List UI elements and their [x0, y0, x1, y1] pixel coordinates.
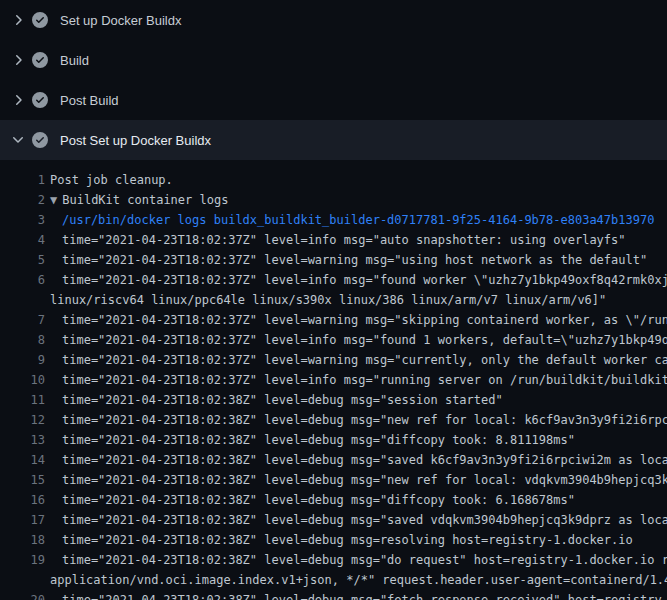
log-line: 14 time="2021-04-23T18:02:38Z" level=deb… — [0, 450, 667, 470]
step-row-post-build[interactable]: Post Build — [0, 80, 667, 120]
log-line: 11 time="2021-04-23T18:02:38Z" level=deb… — [0, 390, 667, 410]
check-circle-icon — [32, 52, 48, 68]
check-circle-icon — [32, 12, 48, 28]
chevron-right-icon — [10, 12, 26, 28]
log-text: time="2021-04-23T18:02:38Z" level=debug … — [45, 410, 667, 430]
log-line: 1 Post job cleanup. — [0, 170, 667, 190]
line-number[interactable]: 11 — [0, 390, 45, 410]
line-number[interactable]: 13 — [0, 430, 45, 450]
line-number[interactable]: 20 — [0, 590, 45, 600]
step-row-set-up-docker-buildx[interactable]: Set up Docker Buildx — [0, 0, 667, 40]
log-text: time="2021-04-23T18:02:37Z" level=info m… — [45, 270, 667, 290]
log-line: 13 time="2021-04-23T18:02:38Z" level=deb… — [0, 430, 667, 450]
log-line: 16 time="2021-04-23T18:02:38Z" level=deb… — [0, 490, 667, 510]
line-number — [0, 290, 45, 310]
chevron-right-icon — [10, 92, 26, 108]
log-line: 18 time="2021-04-23T18:02:38Z" level=deb… — [0, 530, 667, 550]
check-circle-icon — [32, 132, 48, 148]
line-number[interactable]: 14 — [0, 450, 45, 470]
log-line: 20 time="2021-04-23T18:02:38Z" level=deb… — [0, 590, 667, 600]
log-line-continuation: linux/riscv64 linux/ppc64le linux/s390x … — [0, 290, 667, 310]
log-text: linux/riscv64 linux/ppc64le linux/s390x … — [45, 290, 606, 310]
log-group-header[interactable]: 2 ▼BuildKit container logs — [0, 190, 667, 210]
line-number[interactable]: 9 — [0, 350, 45, 370]
line-number[interactable]: 1 — [0, 170, 45, 190]
line-number[interactable]: 7 — [0, 310, 45, 330]
steps-list: Set up Docker Buildx Build Post Build Po… — [0, 0, 667, 160]
log-text: time="2021-04-23T18:02:37Z" level=info m… — [45, 230, 626, 250]
log-line: 12 time="2021-04-23T18:02:38Z" level=deb… — [0, 410, 667, 430]
log-text: time="2021-04-23T18:02:38Z" level=debug … — [45, 450, 667, 470]
step-label: Post Set up Docker Buildx — [60, 133, 211, 148]
log-text: time="2021-04-23T18:02:38Z" level=debug … — [45, 470, 667, 490]
step-label: Set up Docker Buildx — [60, 13, 181, 28]
step-label: Post Build — [60, 93, 119, 108]
log-text: time="2021-04-23T18:02:37Z" level=warnin… — [45, 250, 647, 270]
log-line: 6 time="2021-04-23T18:02:37Z" level=info… — [0, 270, 667, 290]
line-number[interactable]: 4 — [0, 230, 45, 250]
log-text: time="2021-04-23T18:02:38Z" level=debug … — [45, 430, 575, 450]
line-number[interactable]: 15 — [0, 470, 45, 490]
triangle-down-icon[interactable]: ▼ — [50, 193, 57, 207]
log-text: time="2021-04-23T18:02:37Z" level=info m… — [45, 330, 667, 350]
log-text: time="2021-04-23T18:02:38Z" level=debug … — [45, 530, 633, 550]
step-row-post-set-up-docker-buildx[interactable]: Post Set up Docker Buildx — [0, 120, 667, 160]
line-number[interactable]: 6 — [0, 270, 45, 290]
check-circle-icon — [32, 92, 48, 108]
log-line: 10 time="2021-04-23T18:02:37Z" level=inf… — [0, 370, 667, 390]
line-number[interactable]: 8 — [0, 330, 45, 350]
log-text: time="2021-04-23T18:02:37Z" level=info m… — [45, 370, 667, 390]
log-text: time="2021-04-23T18:02:38Z" level=debug … — [45, 590, 667, 600]
log-text: time="2021-04-23T18:02:38Z" level=debug … — [45, 550, 667, 570]
log-line: 17 time="2021-04-23T18:02:38Z" level=deb… — [0, 510, 667, 530]
log-line-command: 3 /usr/bin/docker logs buildx_buildkit_b… — [0, 210, 667, 230]
log-line: 19 time="2021-04-23T18:02:38Z" level=deb… — [0, 550, 667, 570]
line-number — [0, 570, 45, 590]
chevron-right-icon — [10, 52, 26, 68]
line-number[interactable]: 19 — [0, 550, 45, 570]
log-text: time="2021-04-23T18:02:37Z" level=warnin… — [45, 310, 667, 330]
line-number[interactable]: 18 — [0, 530, 45, 550]
line-number[interactable]: 5 — [0, 250, 45, 270]
step-row-build[interactable]: Build — [0, 40, 667, 80]
log-text: time="2021-04-23T18:02:38Z" level=debug … — [45, 510, 667, 530]
line-number[interactable]: 3 — [0, 210, 45, 230]
log-line: 5 time="2021-04-23T18:02:37Z" level=warn… — [0, 250, 667, 270]
log-line: 15 time="2021-04-23T18:02:38Z" level=deb… — [0, 470, 667, 490]
log-text: time="2021-04-23T18:02:38Z" level=debug … — [45, 490, 575, 510]
line-number[interactable]: 12 — [0, 410, 45, 430]
chevron-down-icon — [10, 132, 26, 148]
log-viewer: 1 Post job cleanup. 2 ▼BuildKit containe… — [0, 160, 667, 600]
line-number[interactable]: 16 — [0, 490, 45, 510]
log-line: 4 time="2021-04-23T18:02:37Z" level=info… — [0, 230, 667, 250]
log-line: 9 time="2021-04-23T18:02:37Z" level=warn… — [0, 350, 667, 370]
log-text: application/vnd.oci.image.index.v1+json,… — [45, 570, 667, 590]
log-line: 7 time="2021-04-23T18:02:37Z" level=warn… — [0, 310, 667, 330]
log-text: time="2021-04-23T18:02:38Z" level=debug … — [45, 390, 503, 410]
command-text: /usr/bin/docker logs buildx_buildkit_bui… — [45, 210, 654, 230]
line-number[interactable]: 17 — [0, 510, 45, 530]
line-number[interactable]: 10 — [0, 370, 45, 390]
log-line-continuation: application/vnd.oci.image.index.v1+json,… — [0, 570, 667, 590]
group-title: BuildKit container logs — [62, 193, 228, 207]
log-line: 8 time="2021-04-23T18:02:37Z" level=info… — [0, 330, 667, 350]
step-label: Build — [60, 53, 89, 68]
line-number[interactable]: 2 — [0, 190, 45, 210]
log-text: time="2021-04-23T18:02:37Z" level=warnin… — [45, 350, 667, 370]
log-text: Post job cleanup. — [45, 170, 173, 190]
